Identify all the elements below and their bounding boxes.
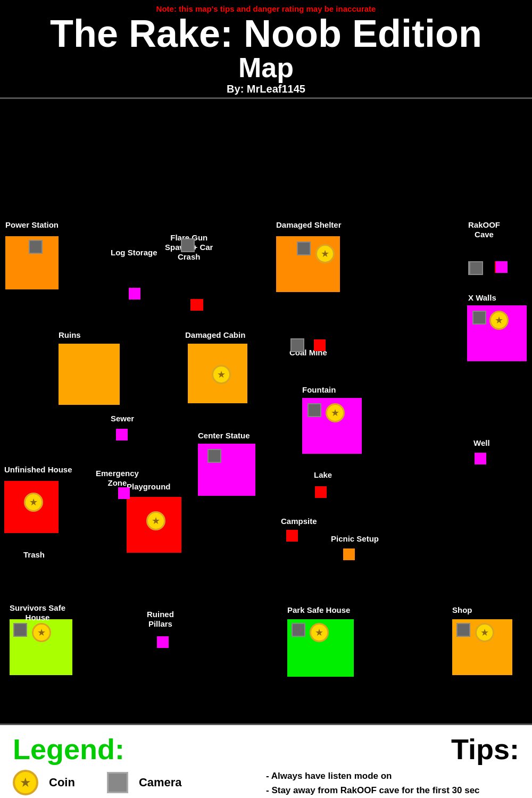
location-block: [198, 444, 255, 496]
location-marker: [129, 288, 140, 300]
camera-icon: [469, 261, 483, 275]
location-marker: [157, 636, 169, 648]
location-marker: [314, 339, 326, 351]
legend-section: Legend: Coin Camera 012345Danger Level: [13, 735, 266, 798]
location-marker: [475, 453, 486, 464]
camera-icon: [29, 240, 43, 254]
page-title-sub: Map: [5, 53, 527, 83]
location-label: Damaged Cabin: [185, 330, 245, 340]
location-label: Playground: [127, 482, 171, 492]
tips-section: Tips: - Always have listen mode on- Stay…: [266, 735, 519, 798]
camera-icon: [472, 311, 486, 325]
legend-icons-row: Coin Camera: [13, 770, 266, 795]
location-label: Damaged Shelter: [276, 220, 342, 230]
location-label: Log Storage: [111, 248, 157, 257]
location-marker: [343, 548, 355, 560]
location-label: Unfinished House: [4, 465, 72, 475]
coin-icon: [489, 311, 509, 330]
location-label: Campsite: [281, 517, 317, 526]
location-label: Shop: [452, 605, 472, 615]
location-marker: [286, 530, 298, 542]
legend-camera-icon: [107, 772, 128, 793]
location-marker: [315, 486, 327, 498]
location-marker: [496, 261, 508, 273]
location-marker: [116, 429, 128, 440]
camera-icon: [207, 449, 221, 463]
location-label: Picnic Setup: [331, 534, 379, 544]
location-label: Well: [473, 438, 490, 448]
location-marker: [118, 487, 130, 499]
page-header: Note: this map's tips and danger rating …: [0, 0, 532, 97]
location-label: Fountain: [302, 385, 336, 395]
coin-icon: [315, 244, 335, 263]
map-area: Power StationLog StorageFlare GunSpawn +…: [0, 97, 532, 725]
coin-icon: [310, 623, 329, 642]
camera-icon: [181, 238, 195, 252]
coin-icon: [475, 623, 494, 642]
legend-area: Legend: Coin Camera 012345Danger Level T…: [0, 725, 532, 798]
location-label: Power Station: [5, 220, 59, 230]
coin-icon: [146, 511, 165, 530]
location-label: Park Safe House: [287, 605, 350, 615]
location-label: Ruins: [59, 330, 81, 340]
author-label: By: MrLeaf1145: [5, 83, 527, 95]
location-label: Sewer: [111, 414, 134, 423]
location-block: [59, 344, 120, 405]
camera-icon: [456, 623, 470, 637]
page-title-main: The Rake: Noob Edition: [5, 14, 527, 53]
tip-item: - Always have listen mode on: [266, 769, 519, 783]
camera-icon: [290, 338, 304, 352]
location-marker: [190, 299, 202, 311]
camera-icon: [307, 403, 321, 417]
camera-icon: [13, 623, 27, 637]
legend-title: Legend:: [13, 735, 266, 763]
location-label: Survivors SafeHouse: [10, 603, 65, 622]
legend-coin-icon: [13, 770, 38, 795]
location-label: RakOOFCave: [468, 220, 500, 239]
coin-icon: [24, 493, 43, 512]
coin-icon: [32, 623, 51, 642]
camera-icon: [297, 242, 311, 255]
coin-icon: [326, 403, 345, 422]
tip-item: - Stay away from RakOOF cave for the fir…: [266, 783, 519, 797]
tips-title: Tips:: [266, 735, 519, 763]
camera-icon: [292, 623, 305, 637]
location-label: X Walls: [468, 293, 496, 303]
legend-camera-label: Camera: [139, 776, 182, 789]
tips-text: - Always have listen mode on- Stay away …: [266, 769, 519, 798]
location-label: Center Statue: [198, 431, 250, 440]
location-label: RuinedPillars: [147, 610, 174, 629]
legend-coin-label: Coin: [49, 776, 75, 789]
location-label: Trash: [23, 550, 45, 560]
location-label: Lake: [314, 470, 332, 480]
coin-icon: [212, 365, 231, 384]
